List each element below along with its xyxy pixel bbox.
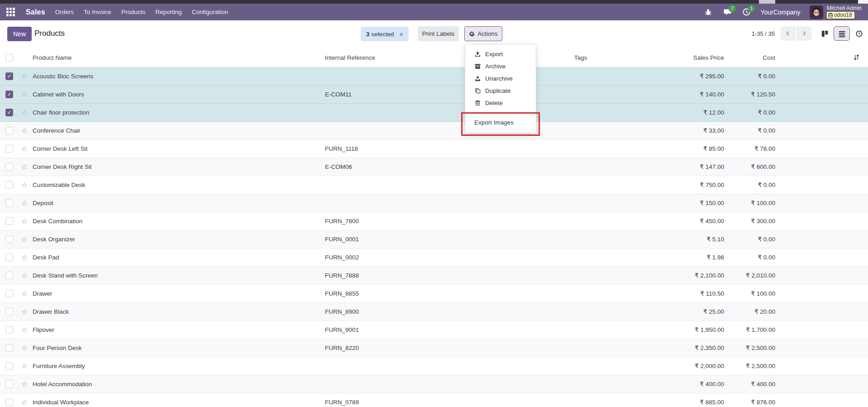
product-name-cell[interactable]: Flipover — [33, 321, 325, 339]
product-name-cell[interactable]: Individual Workplace — [33, 393, 325, 407]
favorite-star-icon[interactable]: ☆ — [16, 108, 33, 117]
row-checkbox[interactable] — [5, 145, 13, 153]
product-name-cell[interactable]: Hotel Accommodation — [33, 375, 325, 393]
menu-configuration[interactable]: Configuration — [192, 9, 228, 15]
row-checkbox[interactable] — [5, 235, 13, 243]
table-row[interactable]: ☆ Desk Organizer FURN_0001 ₹ 5.10 ₹ 0.00 — [0, 230, 868, 248]
new-button[interactable]: New — [7, 27, 32, 41]
product-name-cell[interactable]: Four Person Desk — [33, 339, 325, 357]
table-row[interactable]: ☆ Acoustic Bloc Screens ₹ 295.00 ₹ 0.00 — [0, 67, 868, 85]
row-checkbox[interactable] — [5, 217, 13, 225]
favorite-star-icon[interactable]: ☆ — [16, 126, 33, 135]
list-view-button[interactable] — [834, 26, 850, 41]
favorite-star-icon[interactable]: ☆ — [16, 217, 33, 225]
row-checkbox[interactable] — [5, 163, 13, 171]
row-checkbox[interactable] — [5, 308, 13, 316]
table-row[interactable]: ☆ Drawer Black FURN_8900 ₹ 25.00 ₹ 20.00 — [0, 302, 868, 321]
menu-to-invoice[interactable]: To Invoice — [84, 9, 111, 15]
favorite-star-icon[interactable]: ☆ — [16, 271, 33, 280]
optional-columns-icon[interactable] — [853, 54, 860, 62]
product-name-cell[interactable]: Desk Organizer — [33, 230, 325, 248]
row-checkbox[interactable] — [5, 199, 13, 207]
table-row[interactable]: ☆ Four Person Desk FURN_8220 ₹ 2,350.00 … — [0, 339, 868, 357]
row-checkbox[interactable] — [5, 290, 13, 297]
table-row[interactable]: ☆ Desk Stand with Screen FURN_7888 ₹ 2,1… — [0, 266, 868, 284]
table-row[interactable]: ☆ Desk Combination FURN_7800 ₹ 450.00 ₹ … — [0, 212, 868, 230]
activity-view-button[interactable] — [851, 26, 867, 41]
table-row[interactable]: ☆ Corner Desk Left Sit FURN_1118 ₹ 85.00… — [0, 139, 868, 158]
table-row[interactable]: ☆ Furniture Assembly ₹ 2,000.00 ₹ 2,500.… — [0, 357, 868, 375]
menu-item-unarchive[interactable]: Unarchive — [465, 72, 536, 85]
menu-item-duplicate[interactable]: Duplicate — [465, 85, 536, 97]
favorite-star-icon[interactable]: ☆ — [16, 289, 33, 298]
column-header-sales-price[interactable]: Sales Price — [655, 49, 724, 67]
row-checkbox[interactable] — [5, 127, 13, 134]
product-name-cell[interactable]: Corner Desk Left Sit — [33, 139, 325, 158]
column-header-product-name[interactable]: Product Name — [33, 49, 325, 67]
row-checkbox[interactable] — [5, 398, 13, 406]
messages-icon[interactable]: 7 — [722, 8, 732, 17]
debug-bug-icon[interactable] — [703, 8, 713, 17]
row-checkbox[interactable] — [5, 181, 13, 189]
favorite-star-icon[interactable]: ☆ — [16, 90, 33, 99]
menu-reporting[interactable]: Reporting — [155, 9, 182, 15]
table-row[interactable]: ☆ Hotel Accommodation ₹ 400.00 ₹ 400.00 — [0, 375, 868, 393]
row-checkbox[interactable] — [5, 362, 13, 370]
table-row[interactable]: ☆ Desk Pad FURN_0002 ₹ 1.98 ₹ 0.00 — [0, 248, 868, 266]
row-checkbox[interactable] — [5, 272, 13, 279]
menu-item-delete[interactable]: Delete — [465, 97, 536, 109]
row-checkbox[interactable] — [5, 91, 13, 98]
table-row[interactable]: ☆ Individual Workplace FURN_0789 ₹ 885.0… — [0, 393, 868, 407]
product-name-cell[interactable]: Conference Chair — [33, 121, 325, 139]
activities-clock-icon[interactable]: 1 — [741, 8, 751, 17]
row-checkbox[interactable] — [5, 344, 13, 352]
company-switcher[interactable]: YourCompany — [760, 9, 800, 16]
table-row[interactable]: ☆ Chair floor protection ₹ 12.00 ₹ 0.00 — [0, 103, 868, 121]
table-row[interactable]: ☆ Cabinet with Doors E-COM11 ₹ 140.00 ₹ … — [0, 85, 868, 103]
product-name-cell[interactable]: Drawer Black — [33, 302, 325, 321]
favorite-star-icon[interactable]: ☆ — [16, 362, 33, 370]
favorite-star-icon[interactable]: ☆ — [16, 307, 33, 316]
pager-previous-button[interactable] — [780, 26, 796, 41]
table-row[interactable]: ☆ Corner Desk Right Sit E-COM06 ₹ 147.00… — [0, 158, 868, 176]
product-name-cell[interactable]: Cabinet with Doors — [33, 85, 325, 103]
favorite-star-icon[interactable]: ☆ — [16, 326, 33, 334]
favorite-star-icon[interactable]: ☆ — [16, 72, 33, 81]
column-header-cost[interactable]: Cost — [724, 49, 775, 67]
product-name-cell[interactable]: Drawer — [33, 284, 325, 302]
favorite-star-icon[interactable]: ☆ — [16, 398, 33, 407]
table-row[interactable]: ☆ Drawer FURN_8855 ₹ 110.50 ₹ 100.00 — [0, 284, 868, 302]
product-name-cell[interactable]: Desk Combination — [33, 212, 325, 230]
row-checkbox[interactable] — [5, 380, 13, 388]
product-name-cell[interactable]: Desk Pad — [33, 248, 325, 266]
product-name-cell[interactable]: Customizable Desk — [33, 176, 325, 194]
row-checkbox[interactable] — [5, 254, 13, 261]
product-name-cell[interactable]: Desk Stand with Screen — [33, 266, 325, 284]
row-checkbox[interactable] — [5, 72, 13, 80]
product-name-cell[interactable]: Deposit — [33, 194, 325, 212]
table-row[interactable]: ☆ Deposit ₹ 150.00 ₹ 100.00 — [0, 194, 868, 212]
row-checkbox[interactable] — [5, 109, 13, 116]
product-name-cell[interactable]: Corner Desk Right Sit — [33, 158, 325, 176]
menu-orders[interactable]: Orders — [55, 9, 74, 15]
pager-next-button[interactable] — [796, 26, 812, 41]
favorite-star-icon[interactable]: ☆ — [16, 144, 33, 153]
favorite-star-icon[interactable]: ☆ — [16, 344, 33, 352]
menu-item-archive[interactable]: Archive — [465, 60, 536, 72]
menu-item-export[interactable]: Export — [465, 48, 536, 60]
favorite-star-icon[interactable]: ☆ — [16, 253, 33, 262]
menu-item-export-images[interactable]: Export Images — [465, 116, 536, 129]
user-menu[interactable]: Mitchell Admin odoo18 — [810, 5, 862, 19]
table-row[interactable]: ☆ Conference Chair ₹ 33.00 ₹ 0.00 — [0, 121, 868, 139]
apps-menu-icon[interactable] — [6, 8, 15, 16]
clear-selection-icon[interactable]: × — [400, 31, 404, 38]
print-labels-button[interactable]: Print Labels — [418, 26, 459, 41]
select-all-checkbox[interactable] — [5, 54, 13, 62]
favorite-star-icon[interactable]: ☆ — [16, 199, 33, 207]
product-name-cell[interactable]: Acoustic Bloc Screens — [33, 67, 325, 85]
row-checkbox[interactable] — [5, 326, 13, 334]
kanban-view-button[interactable] — [816, 26, 833, 41]
menu-products[interactable]: Products — [121, 9, 145, 15]
table-row[interactable]: ☆ Flipover FURN_9001 ₹ 1,950.00 ₹ 1,700.… — [0, 321, 868, 339]
app-name[interactable]: Sales — [26, 8, 45, 16]
